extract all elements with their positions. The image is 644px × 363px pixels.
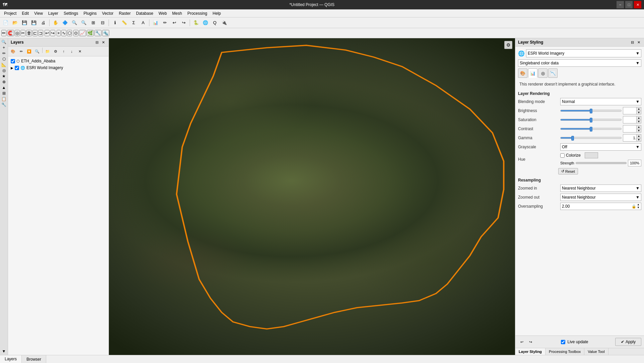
digitize-btn[interactable]: ✏ bbox=[1, 30, 6, 36]
python-button[interactable]: 🐍 bbox=[192, 18, 200, 27]
reset-button[interactable]: ↺ Reset bbox=[558, 168, 578, 174]
menu-plugins[interactable]: Plugins bbox=[81, 10, 99, 16]
edit-button[interactable]: ✏ bbox=[160, 18, 169, 27]
saturation-up[interactable]: ▲ bbox=[636, 116, 641, 120]
style-history-fwd-button[interactable]: ↪ bbox=[527, 338, 534, 346]
filter-layer-button[interactable]: 🔍 bbox=[34, 48, 41, 55]
contrast-down[interactable]: ▼ bbox=[636, 129, 641, 133]
strength-slider[interactable] bbox=[576, 162, 627, 164]
select-feature-button[interactable]: 🔷 bbox=[61, 18, 69, 27]
menu-vector[interactable]: Vector bbox=[100, 10, 116, 16]
zoomed-out-dropdown[interactable]: Nearest Neighbour ▼ bbox=[560, 194, 641, 201]
saturation-spinbox[interactable]: ▲ ▼ bbox=[623, 116, 641, 123]
brightness-slider-handle[interactable] bbox=[590, 109, 592, 113]
filter-legend-button[interactable]: 🔽 bbox=[25, 48, 33, 55]
menu-settings[interactable]: Settings bbox=[61, 10, 81, 16]
gamma-spinbox[interactable]: ▲ ▼ bbox=[623, 134, 641, 142]
add-polygon-btn[interactable]: ⬡ bbox=[67, 30, 72, 36]
style-tab-histogram[interactable]: 📉 bbox=[548, 68, 558, 78]
contrast-spinbox[interactable]: ▲ ▼ bbox=[623, 125, 641, 133]
zoom-in-button[interactable]: 🔍 bbox=[70, 18, 79, 27]
close-button[interactable]: ✕ bbox=[634, 1, 641, 8]
style-tab-render[interactable]: 📊 bbox=[528, 68, 537, 78]
open-layer-styling-button[interactable]: 🎨 bbox=[9, 48, 17, 55]
side-icon-5[interactable]: 📐 bbox=[1, 62, 6, 67]
map-settings-button[interactable]: ⚙ bbox=[504, 41, 512, 49]
layer-esri-checkbox[interactable] bbox=[15, 66, 19, 70]
oversampling-dropdown[interactable]: 2.00 🔒 ▲ ▼ bbox=[560, 203, 641, 210]
zoom-layer-button[interactable]: ⊟ bbox=[98, 18, 107, 27]
add-line-btn[interactable]: ∿ bbox=[61, 30, 66, 36]
menu-mesh[interactable]: Mesh bbox=[170, 10, 185, 16]
redo-button[interactable]: ↪ bbox=[179, 18, 188, 27]
panel-tab-value-tool[interactable]: Value Tool bbox=[584, 348, 608, 355]
bottom-tab-browser[interactable]: Browser bbox=[22, 355, 46, 363]
bottom-tab-layers[interactable]: Layers bbox=[0, 355, 22, 363]
layer-eth-checkbox[interactable] bbox=[11, 59, 15, 63]
side-icon-12[interactable]: 🔧 bbox=[1, 102, 6, 107]
side-icon-9[interactable]: ▲ bbox=[2, 85, 6, 90]
side-icon-4[interactable]: ⬡ bbox=[2, 57, 6, 61]
contrast-slider-track[interactable] bbox=[560, 128, 622, 130]
gamma-up[interactable]: ▲ bbox=[636, 135, 641, 138]
identify-button[interactable]: ℹ bbox=[111, 18, 119, 27]
qgis-logo-button[interactable]: Q bbox=[210, 18, 219, 27]
manage-layer-button[interactable]: ⚙ bbox=[52, 48, 59, 55]
gpx-btn[interactable]: ⊙ bbox=[73, 30, 78, 36]
menu-project[interactable]: Project bbox=[1, 10, 19, 16]
toggle-editing-button[interactable]: ✏ bbox=[17, 48, 25, 55]
delete-btn[interactable]: 🗑 bbox=[26, 30, 32, 36]
measure-button[interactable]: 📏 bbox=[120, 18, 129, 27]
colorize-checkbox[interactable] bbox=[560, 153, 565, 158]
style-history-back-button[interactable]: ↩ bbox=[518, 338, 525, 346]
merge-btn[interactable]: ⊐ bbox=[38, 30, 43, 36]
blending-mode-dropdown[interactable]: Normal ▼ bbox=[560, 98, 641, 105]
panel-tab-processing-toolbox[interactable]: Processing Toolbox bbox=[545, 348, 584, 355]
map-area[interactable]: ⚙ bbox=[109, 38, 515, 355]
layer-selector-combo[interactable]: ESRI World Imagery ▼ bbox=[526, 49, 641, 57]
live-update-checkbox[interactable] bbox=[561, 340, 565, 344]
style-tab-transparent[interactable]: ◎ bbox=[538, 68, 548, 78]
styling-close-button[interactable]: ✕ bbox=[636, 40, 641, 45]
style-tab-paint[interactable]: 🎨 bbox=[518, 68, 527, 78]
side-icon-8[interactable]: ⊕ bbox=[2, 80, 6, 84]
gamma-slider-track[interactable] bbox=[560, 137, 622, 139]
side-icon-2[interactable]: + bbox=[3, 45, 5, 50]
brightness-spinbox[interactable]: ▲ ▼ bbox=[623, 107, 641, 114]
sum-button[interactable]: Σ bbox=[129, 18, 138, 27]
menu-raster[interactable]: Raster bbox=[116, 10, 133, 16]
styling-undock-button[interactable]: ⊟ bbox=[630, 40, 635, 45]
menu-web[interactable]: Web bbox=[156, 10, 169, 16]
snap-btn[interactable]: 🧲 bbox=[7, 30, 14, 36]
move-btn[interactable]: ✂ bbox=[20, 30, 25, 36]
renderer-dropdown[interactable]: Singleband color data ▼ bbox=[518, 59, 641, 67]
undo2-btn[interactable]: ↩ bbox=[45, 30, 50, 36]
split-btn[interactable]: ⊏ bbox=[33, 30, 38, 36]
side-icon-10[interactable]: ⊞ bbox=[2, 91, 6, 96]
pan-tool-button[interactable]: ✋ bbox=[51, 18, 60, 27]
print-layout-button[interactable]: 🖨 bbox=[39, 18, 48, 27]
save-as-button[interactable]: 💾 bbox=[29, 18, 38, 27]
side-icon-arrow[interactable]: ▼ bbox=[2, 349, 6, 354]
side-icon-7[interactable]: ★ bbox=[2, 74, 6, 79]
gamma-down[interactable]: ▼ bbox=[636, 138, 641, 142]
layer-down-button[interactable]: ↓ bbox=[68, 48, 75, 55]
oversampling-down-arrow[interactable]: ▼ bbox=[637, 206, 640, 209]
open-project-button[interactable]: 📂 bbox=[11, 18, 19, 27]
brightness-down[interactable]: ▼ bbox=[636, 111, 641, 114]
contrast-slider-handle[interactable] bbox=[590, 127, 592, 132]
label-button[interactable]: A bbox=[139, 18, 147, 27]
menu-layer[interactable]: Layer bbox=[46, 10, 61, 16]
add-group-button[interactable]: 📁 bbox=[44, 48, 51, 55]
undo-button[interactable]: ↩ bbox=[170, 18, 179, 27]
side-icon-1[interactable]: 🔍 bbox=[1, 40, 6, 44]
menu-help[interactable]: Help bbox=[210, 10, 224, 16]
minimize-button[interactable]: − bbox=[617, 1, 624, 8]
layers-close-button[interactable]: ✕ bbox=[101, 40, 106, 45]
brightness-up[interactable]: ▲ bbox=[636, 107, 641, 111]
attribute-table-button[interactable]: 📊 bbox=[151, 18, 160, 27]
ext2-btn[interactable]: 🔩 bbox=[102, 30, 109, 36]
maximize-button[interactable]: □ bbox=[625, 1, 633, 8]
brightness-slider-track[interactable] bbox=[560, 110, 622, 112]
saturation-slider-track[interactable] bbox=[560, 119, 622, 121]
